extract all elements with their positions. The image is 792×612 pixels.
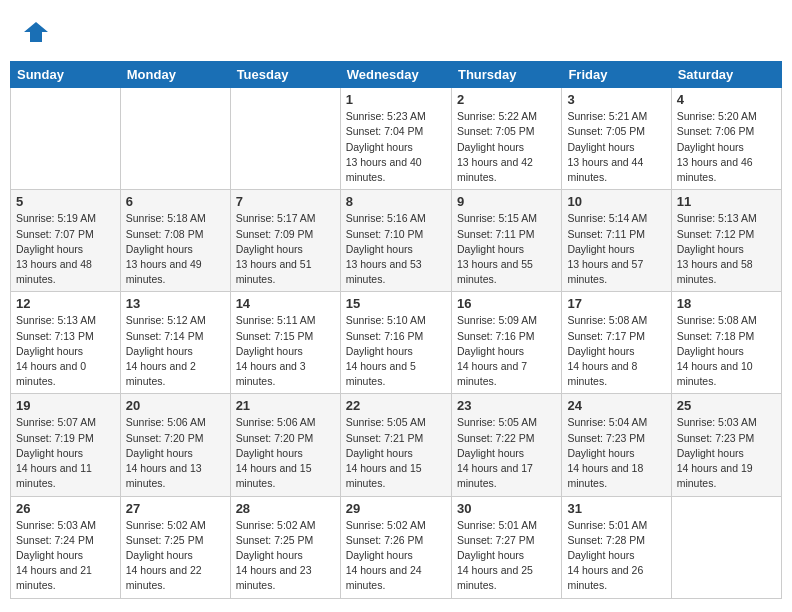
day-number: 31 bbox=[567, 501, 665, 516]
calendar-cell: 5Sunrise: 5:19 AMSunset: 7:07 PMDaylight… bbox=[11, 190, 121, 292]
calendar-cell: 1Sunrise: 5:23 AMSunset: 7:04 PMDaylight… bbox=[340, 88, 451, 190]
day-number: 12 bbox=[16, 296, 115, 311]
calendar-cell: 23Sunrise: 5:05 AMSunset: 7:22 PMDayligh… bbox=[451, 394, 561, 496]
day-number: 2 bbox=[457, 92, 556, 107]
page-header bbox=[10, 10, 782, 55]
day-info: Sunrise: 5:07 AMSunset: 7:19 PMDaylight … bbox=[16, 415, 115, 491]
calendar-cell bbox=[120, 88, 230, 190]
weekday-header-thursday: Thursday bbox=[451, 62, 561, 88]
calendar-cell: 17Sunrise: 5:08 AMSunset: 7:17 PMDayligh… bbox=[562, 292, 671, 394]
day-info: Sunrise: 5:10 AMSunset: 7:16 PMDaylight … bbox=[346, 313, 446, 389]
day-info: Sunrise: 5:22 AMSunset: 7:05 PMDaylight … bbox=[457, 109, 556, 185]
calendar-cell: 30Sunrise: 5:01 AMSunset: 7:27 PMDayligh… bbox=[451, 496, 561, 598]
calendar-week-2: 5Sunrise: 5:19 AMSunset: 7:07 PMDaylight… bbox=[11, 190, 782, 292]
day-number: 18 bbox=[677, 296, 776, 311]
calendar-cell: 18Sunrise: 5:08 AMSunset: 7:18 PMDayligh… bbox=[671, 292, 781, 394]
day-info: Sunrise: 5:05 AMSunset: 7:22 PMDaylight … bbox=[457, 415, 556, 491]
calendar-cell: 12Sunrise: 5:13 AMSunset: 7:13 PMDayligh… bbox=[11, 292, 121, 394]
calendar-cell bbox=[671, 496, 781, 598]
day-number: 7 bbox=[236, 194, 335, 209]
day-number: 26 bbox=[16, 501, 115, 516]
calendar-cell: 31Sunrise: 5:01 AMSunset: 7:28 PMDayligh… bbox=[562, 496, 671, 598]
calendar-cell: 15Sunrise: 5:10 AMSunset: 7:16 PMDayligh… bbox=[340, 292, 451, 394]
day-info: Sunrise: 5:02 AMSunset: 7:25 PMDaylight … bbox=[236, 518, 335, 594]
day-number: 23 bbox=[457, 398, 556, 413]
day-info: Sunrise: 5:05 AMSunset: 7:21 PMDaylight … bbox=[346, 415, 446, 491]
calendar-cell: 11Sunrise: 5:13 AMSunset: 7:12 PMDayligh… bbox=[671, 190, 781, 292]
weekday-header-friday: Friday bbox=[562, 62, 671, 88]
day-info: Sunrise: 5:13 AMSunset: 7:12 PMDaylight … bbox=[677, 211, 776, 287]
day-number: 17 bbox=[567, 296, 665, 311]
day-number: 19 bbox=[16, 398, 115, 413]
day-info: Sunrise: 5:18 AMSunset: 7:08 PMDaylight … bbox=[126, 211, 225, 287]
calendar-table: SundayMondayTuesdayWednesdayThursdayFrid… bbox=[10, 61, 782, 598]
day-info: Sunrise: 5:14 AMSunset: 7:11 PMDaylight … bbox=[567, 211, 665, 287]
calendar-cell: 29Sunrise: 5:02 AMSunset: 7:26 PMDayligh… bbox=[340, 496, 451, 598]
day-number: 1 bbox=[346, 92, 446, 107]
calendar-week-5: 26Sunrise: 5:03 AMSunset: 7:24 PMDayligh… bbox=[11, 496, 782, 598]
weekday-header-row: SundayMondayTuesdayWednesdayThursdayFrid… bbox=[11, 62, 782, 88]
calendar-cell: 26Sunrise: 5:03 AMSunset: 7:24 PMDayligh… bbox=[11, 496, 121, 598]
day-number: 16 bbox=[457, 296, 556, 311]
day-number: 24 bbox=[567, 398, 665, 413]
calendar-cell: 25Sunrise: 5:03 AMSunset: 7:23 PMDayligh… bbox=[671, 394, 781, 496]
calendar-week-3: 12Sunrise: 5:13 AMSunset: 7:13 PMDayligh… bbox=[11, 292, 782, 394]
day-info: Sunrise: 5:21 AMSunset: 7:05 PMDaylight … bbox=[567, 109, 665, 185]
calendar-cell: 2Sunrise: 5:22 AMSunset: 7:05 PMDaylight… bbox=[451, 88, 561, 190]
day-number: 20 bbox=[126, 398, 225, 413]
day-info: Sunrise: 5:08 AMSunset: 7:17 PMDaylight … bbox=[567, 313, 665, 389]
calendar-cell: 10Sunrise: 5:14 AMSunset: 7:11 PMDayligh… bbox=[562, 190, 671, 292]
day-info: Sunrise: 5:04 AMSunset: 7:23 PMDaylight … bbox=[567, 415, 665, 491]
day-number: 5 bbox=[16, 194, 115, 209]
weekday-header-sunday: Sunday bbox=[11, 62, 121, 88]
day-info: Sunrise: 5:09 AMSunset: 7:16 PMDaylight … bbox=[457, 313, 556, 389]
day-info: Sunrise: 5:03 AMSunset: 7:24 PMDaylight … bbox=[16, 518, 115, 594]
day-number: 11 bbox=[677, 194, 776, 209]
day-info: Sunrise: 5:23 AMSunset: 7:04 PMDaylight … bbox=[346, 109, 446, 185]
day-info: Sunrise: 5:13 AMSunset: 7:13 PMDaylight … bbox=[16, 313, 115, 389]
day-number: 4 bbox=[677, 92, 776, 107]
day-number: 22 bbox=[346, 398, 446, 413]
day-number: 9 bbox=[457, 194, 556, 209]
day-info: Sunrise: 5:02 AMSunset: 7:26 PMDaylight … bbox=[346, 518, 446, 594]
weekday-header-wednesday: Wednesday bbox=[340, 62, 451, 88]
day-number: 21 bbox=[236, 398, 335, 413]
calendar-cell: 7Sunrise: 5:17 AMSunset: 7:09 PMDaylight… bbox=[230, 190, 340, 292]
logo-icon bbox=[22, 18, 50, 46]
day-number: 13 bbox=[126, 296, 225, 311]
day-info: Sunrise: 5:19 AMSunset: 7:07 PMDaylight … bbox=[16, 211, 115, 287]
day-number: 8 bbox=[346, 194, 446, 209]
calendar-cell: 8Sunrise: 5:16 AMSunset: 7:10 PMDaylight… bbox=[340, 190, 451, 292]
calendar-cell: 16Sunrise: 5:09 AMSunset: 7:16 PMDayligh… bbox=[451, 292, 561, 394]
calendar-cell: 28Sunrise: 5:02 AMSunset: 7:25 PMDayligh… bbox=[230, 496, 340, 598]
calendar-cell: 14Sunrise: 5:11 AMSunset: 7:15 PMDayligh… bbox=[230, 292, 340, 394]
calendar-cell: 24Sunrise: 5:04 AMSunset: 7:23 PMDayligh… bbox=[562, 394, 671, 496]
calendar-cell: 3Sunrise: 5:21 AMSunset: 7:05 PMDaylight… bbox=[562, 88, 671, 190]
day-number: 14 bbox=[236, 296, 335, 311]
day-info: Sunrise: 5:17 AMSunset: 7:09 PMDaylight … bbox=[236, 211, 335, 287]
day-number: 25 bbox=[677, 398, 776, 413]
weekday-header-monday: Monday bbox=[120, 62, 230, 88]
day-number: 3 bbox=[567, 92, 665, 107]
calendar-cell: 6Sunrise: 5:18 AMSunset: 7:08 PMDaylight… bbox=[120, 190, 230, 292]
calendar-cell bbox=[11, 88, 121, 190]
day-number: 15 bbox=[346, 296, 446, 311]
day-info: Sunrise: 5:03 AMSunset: 7:23 PMDaylight … bbox=[677, 415, 776, 491]
day-info: Sunrise: 5:08 AMSunset: 7:18 PMDaylight … bbox=[677, 313, 776, 389]
calendar-cell: 4Sunrise: 5:20 AMSunset: 7:06 PMDaylight… bbox=[671, 88, 781, 190]
day-info: Sunrise: 5:11 AMSunset: 7:15 PMDaylight … bbox=[236, 313, 335, 389]
calendar-cell: 22Sunrise: 5:05 AMSunset: 7:21 PMDayligh… bbox=[340, 394, 451, 496]
weekday-header-saturday: Saturday bbox=[671, 62, 781, 88]
day-number: 27 bbox=[126, 501, 225, 516]
day-info: Sunrise: 5:20 AMSunset: 7:06 PMDaylight … bbox=[677, 109, 776, 185]
day-number: 30 bbox=[457, 501, 556, 516]
logo bbox=[20, 18, 50, 51]
calendar-cell: 19Sunrise: 5:07 AMSunset: 7:19 PMDayligh… bbox=[11, 394, 121, 496]
day-info: Sunrise: 5:06 AMSunset: 7:20 PMDaylight … bbox=[126, 415, 225, 491]
calendar-cell: 27Sunrise: 5:02 AMSunset: 7:25 PMDayligh… bbox=[120, 496, 230, 598]
calendar-cell: 13Sunrise: 5:12 AMSunset: 7:14 PMDayligh… bbox=[120, 292, 230, 394]
day-number: 29 bbox=[346, 501, 446, 516]
calendar-cell: 9Sunrise: 5:15 AMSunset: 7:11 PMDaylight… bbox=[451, 190, 561, 292]
day-number: 6 bbox=[126, 194, 225, 209]
calendar-cell: 21Sunrise: 5:06 AMSunset: 7:20 PMDayligh… bbox=[230, 394, 340, 496]
